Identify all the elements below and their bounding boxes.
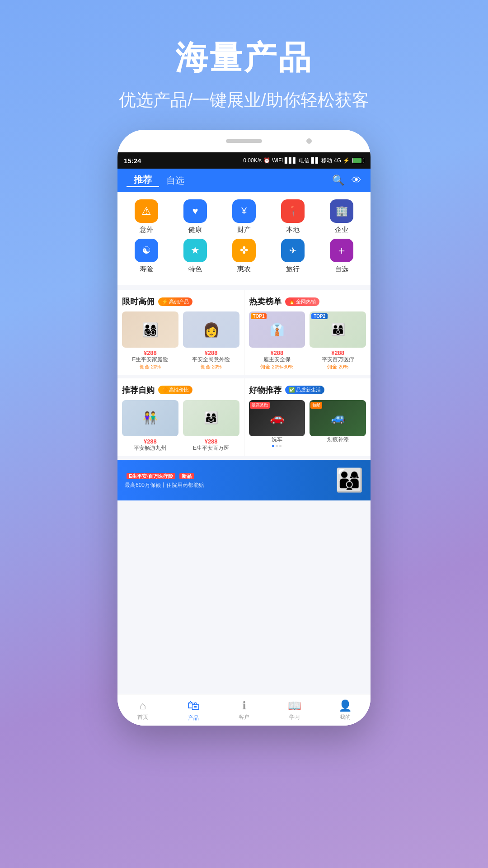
health-icon-bg: ♥: [183, 199, 207, 223]
clock-icon: ⏰: [263, 157, 270, 164]
study-label: 学习: [289, 713, 300, 721]
special-icon-bg: ★: [183, 239, 207, 262]
accident-label: 意外: [140, 226, 153, 234]
product-family-insurance[interactable]: 👨‍👩‍👧‍👦 ¥288 E生平安家庭险 佣金 20%: [122, 311, 178, 370]
customers-icon: ℹ: [242, 699, 246, 712]
travel-label: 旅行: [286, 265, 300, 274]
banner-text: E生平安·百万医疗险 新品 最高600万保额丨住院用药都能赔: [125, 472, 335, 489]
enterprise-icon: 🏢: [336, 205, 348, 217]
product-family2-commission: 佣金 20%: [327, 363, 348, 370]
good-things-title: 好物推荐: [249, 385, 282, 396]
good-things-products: 🚗 最高奖励 洗车 🚙 包邮 划痕补漆: [249, 400, 366, 448]
signal2-icon: ▋▋: [311, 157, 319, 164]
top1-badge: TOP1: [251, 313, 267, 319]
product-family2-price: ¥288: [331, 349, 344, 356]
search-icon[interactable]: 🔍: [332, 175, 344, 186]
section-limited-high-commission: 限时高佣 ⚡ 高佣产品 👨‍👩‍👧‍👦 ¥288 E生平安家庭险 佣金 20%: [117, 290, 244, 375]
carrier1: 电信: [299, 157, 310, 165]
category-enterprise[interactable]: 🏢 企业: [321, 199, 362, 234]
mine-label: 我的: [340, 713, 351, 721]
nav-study[interactable]: 📖 学习: [269, 699, 320, 721]
product-woman-name: 平安全民意外险: [192, 356, 230, 363]
accident-icon: ⚠: [141, 205, 151, 217]
property-icon: ¥: [241, 205, 247, 217]
travel-icon-bg: ✈: [281, 239, 305, 262]
self-buy-badge-text: 高性价比: [169, 387, 189, 393]
app-nav: 推荐 自选 🔍 👁: [117, 169, 371, 192]
carrier2: 移动: [321, 157, 332, 165]
section-self-buy: 推荐自购 🔶 高性价比 👫 ¥288 平安畅游九州: [117, 378, 244, 457]
category-property[interactable]: ¥ 财产: [224, 199, 264, 234]
tab-recommended[interactable]: 推荐: [127, 174, 159, 187]
hot-badge: 🔥 全网热销: [285, 297, 319, 306]
local-label: 本地: [286, 226, 300, 234]
banner-desc-text: 最高600万保额丨住院用药都能赔: [125, 481, 335, 489]
category-local[interactable]: 📍 本地: [272, 199, 313, 234]
section-hot-list: 热卖榜单 🔥 全网热销 👔 TOP1 ¥288 雇主安全保 佣金: [244, 290, 371, 375]
limited-badge-text: 高佣产品: [169, 298, 189, 305]
local-icon: 📍: [287, 205, 299, 217]
product-car-img: 🚗 最高奖励: [249, 400, 305, 436]
home-icon: ⌂: [140, 699, 146, 712]
life-icon: ☯: [142, 245, 151, 256]
category-health[interactable]: ♥ 健康: [175, 199, 216, 234]
good-things-badge: ✅ 品质新生活: [285, 386, 324, 394]
category-agriculture[interactable]: ✤ 惠农: [224, 239, 264, 274]
phone-speaker: [226, 139, 262, 143]
nav-products[interactable]: 🛍 产品: [168, 698, 219, 722]
category-special[interactable]: ★ 特色: [175, 239, 216, 274]
health-label: 健康: [188, 226, 202, 234]
signal-icon: ▋▋▋: [285, 157, 297, 164]
two-section-row-2: 推荐自购 🔶 高性价比 👫 ¥288 平安畅游九州: [117, 378, 371, 457]
life-icon-bg: ☯: [135, 239, 158, 262]
hot-badge-text: 全网热销: [296, 298, 316, 305]
local-icon-bg: 📍: [281, 199, 305, 223]
travel-icon: ✈: [289, 245, 297, 256]
bottom-nav: ⌂ 首页 🛍 产品 ℹ 客户 📖 学习 👤 我的: [117, 694, 371, 726]
products-icon: 🛍: [187, 698, 200, 713]
two-section-row: 限时高佣 ⚡ 高佣产品 👨‍👩‍👧‍👦 ¥288 E生平安家庭险 佣金 20%: [117, 290, 371, 375]
self-buy-products: 👫 ¥288 平安畅游九州 👨‍👩‍👧 ¥288 E生平安百万医: [122, 400, 239, 452]
tab-custom[interactable]: 自选: [159, 175, 192, 187]
phone-content: ⚠ 意外 ♥ 健康 ¥ 财产: [117, 192, 371, 726]
product-family3-img: 👨‍👩‍👧: [183, 400, 239, 436]
new-product-badge: 新品: [179, 473, 194, 479]
product-business-price: ¥288: [270, 349, 283, 356]
nav-mine[interactable]: 👤 我的: [320, 699, 371, 721]
category-self-select[interactable]: ＋ 自选: [321, 239, 362, 274]
self-select-icon-bg: ＋: [330, 239, 353, 262]
good-things-badge-text: 品质新生活: [296, 387, 321, 393]
good-things-header: 好物推荐 ✅ 品质新生活: [249, 385, 366, 396]
phone-mockup: 15:24 0.00K/s ⏰ WiFi ▋▋▋ 电信 ▋▋ 移动 4G ⚡ 推…: [117, 130, 371, 726]
self-buy-header: 推荐自购 🔶 高性价比: [122, 385, 239, 396]
product-employer-insurance[interactable]: 👔 TOP1 ¥288 雇主安全保 佣金 20%-30%: [249, 311, 305, 370]
eye-icon[interactable]: 👁: [352, 175, 361, 186]
accident-icon-bg: ⚠: [135, 199, 158, 223]
product-eshengan-medical[interactable]: 👨‍👩‍👧 ¥288 E生平安百万医: [183, 400, 239, 452]
enterprise-label: 企业: [335, 226, 348, 234]
limited-products: 👨‍👩‍👧‍👦 ¥288 E生平安家庭险 佣金 20% 👩 ¥288 平安全民意…: [122, 311, 239, 370]
product-business-commission: 佣金 20%-30%: [260, 363, 293, 370]
phone-top-bar: [117, 130, 371, 152]
product-car-wash[interactable]: 🚗 最高奖励 洗车: [249, 400, 305, 448]
product-travel-china[interactable]: 👫 ¥288 平安畅游九州: [122, 400, 178, 452]
product-business-img: 👔 TOP1: [249, 311, 305, 348]
category-row-1: ⚠ 意外 ♥ 健康 ¥ 财产: [122, 199, 366, 234]
phone-camera: [306, 138, 312, 144]
banner-brand-text: E生平安·百万医疗险 新品: [125, 472, 335, 480]
nav-home[interactable]: ⌂ 首页: [117, 699, 168, 721]
product-million-medical[interactable]: 👨‍👩‍👦 TOP2 ¥288 平安百万医疗 佣金 20%: [310, 311, 366, 370]
product-couple-name: 平安畅游九州: [134, 445, 166, 452]
mine-icon: 👤: [338, 699, 352, 712]
category-life[interactable]: ☯ 寿险: [126, 239, 167, 274]
category-travel[interactable]: ✈ 旅行: [272, 239, 313, 274]
header-title: 海量产品: [119, 36, 369, 80]
life-label: 寿险: [140, 265, 153, 274]
self-buy-title: 推荐自购: [122, 385, 155, 396]
self-select-label: 自选: [335, 265, 348, 274]
category-accident[interactable]: ⚠ 意外: [126, 199, 167, 234]
bottom-banner[interactable]: E生平安·百万医疗险 新品 最高600万保额丨住院用药都能赔 👨‍👩‍👦: [117, 460, 371, 500]
nav-customers[interactable]: ℹ 客户: [219, 699, 269, 721]
product-scratch-repair[interactable]: 🚙 包邮 划痕补漆: [310, 400, 366, 448]
product-accident-insurance[interactable]: 👩 ¥288 平安全民意外险 佣金 20%: [183, 311, 239, 370]
